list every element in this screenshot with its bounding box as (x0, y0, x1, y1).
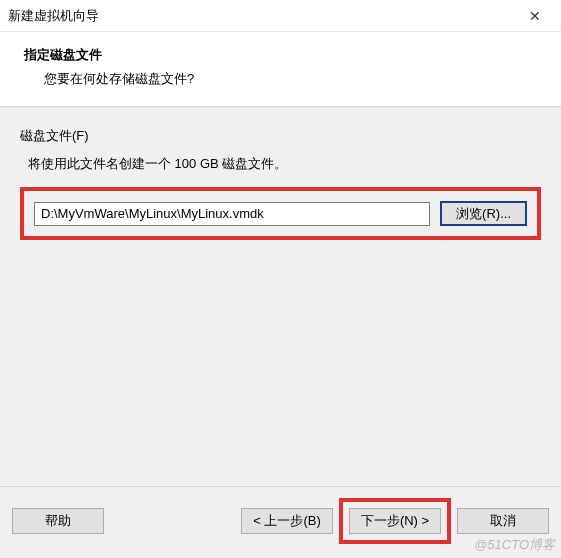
disk-file-description: 将使用此文件名创建一个 100 GB 磁盘文件。 (28, 155, 541, 173)
content-area: 磁盘文件(F) 将使用此文件名创建一个 100 GB 磁盘文件。 浏览(R)..… (0, 107, 561, 250)
cancel-button[interactable]: 取消 (457, 508, 549, 534)
close-icon: ✕ (529, 8, 541, 24)
wizard-header: 指定磁盘文件 您要在何处存储磁盘文件? (0, 32, 561, 107)
page-subtitle: 您要在何处存储磁盘文件? (44, 70, 541, 88)
help-button[interactable]: 帮助 (12, 508, 104, 534)
browse-button[interactable]: 浏览(R)... (440, 201, 527, 226)
next-highlight-box: 下一步(N) > (339, 498, 451, 544)
disk-file-label: 磁盘文件(F) (20, 127, 541, 145)
next-button[interactable]: 下一步(N) > (349, 508, 441, 534)
path-highlight-box: 浏览(R)... (20, 187, 541, 240)
close-button[interactable]: ✕ (515, 2, 555, 30)
watermark: @51CTO博客 (474, 536, 555, 554)
disk-path-input[interactable] (34, 202, 430, 226)
page-title: 指定磁盘文件 (24, 46, 541, 64)
footer-divider (0, 486, 561, 487)
back-button[interactable]: < 上一步(B) (241, 508, 333, 534)
window-title: 新建虚拟机向导 (8, 7, 99, 25)
titlebar: 新建虚拟机向导 ✕ (0, 0, 561, 32)
